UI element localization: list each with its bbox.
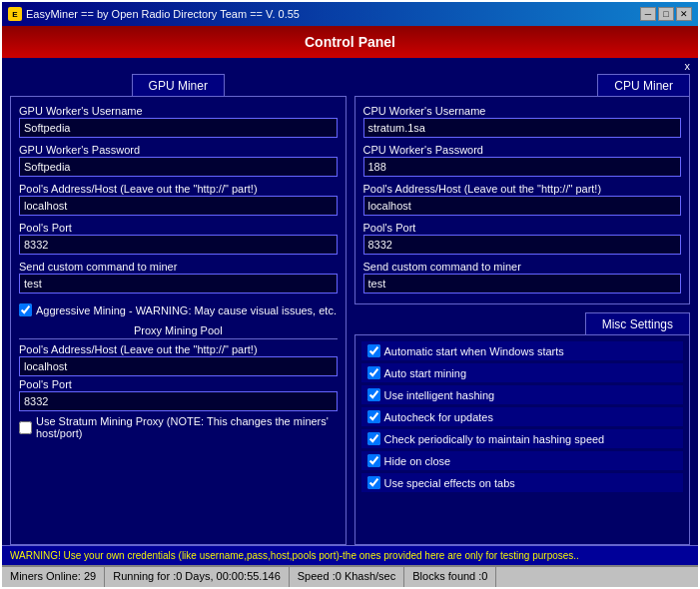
cpu-tab[interactable]: CPU Miner bbox=[597, 74, 690, 97]
gpu-password-label: GPU Worker's Password bbox=[19, 144, 338, 156]
title-bar-left: E EasyMiner == by Open Radio Directory T… bbox=[8, 7, 300, 21]
app-icon: E bbox=[8, 7, 22, 21]
aggressive-mining-row: Aggressive Mining - WARNING: May cause v… bbox=[19, 303, 338, 316]
misc-label-5: Hide on close bbox=[384, 455, 451, 467]
cpu-username-label: CPU Worker's Username bbox=[363, 105, 682, 117]
gpu-pool-port-group: Pool's Port bbox=[19, 222, 338, 255]
gpu-password-group: GPU Worker's Password bbox=[19, 144, 338, 177]
title-bar: E EasyMiner == by Open Radio Directory T… bbox=[2, 2, 698, 26]
gpu-pool-port-input[interactable] bbox=[19, 235, 338, 255]
stratum-proxy-label: Use Stratum Mining Proxy (NOTE: This cha… bbox=[36, 415, 338, 439]
gpu-custom-cmd-label: Send custom command to miner bbox=[19, 261, 338, 273]
proxy-address-input[interactable] bbox=[19, 356, 338, 376]
miners-online: Miners Online: 29 bbox=[2, 567, 105, 587]
header-title: Control Panel bbox=[305, 34, 395, 50]
misc-option-0: Automatic start when Windows starts bbox=[361, 341, 684, 360]
title-bar-controls: ─ □ ✕ bbox=[640, 7, 692, 21]
gpu-panel: GPU Miner GPU Worker's Username GPU Work… bbox=[10, 74, 347, 545]
gpu-pool-port-label: Pool's Port bbox=[19, 222, 338, 234]
close-button[interactable]: ✕ bbox=[676, 7, 692, 21]
warning-text: WARNING! Use your own credentials (like … bbox=[10, 550, 579, 561]
misc-option-6: Use special effects on tabs bbox=[361, 473, 684, 492]
cpu-password-group: CPU Worker's Password bbox=[363, 144, 682, 177]
misc-label-4: Check periodically to maintain hashing s… bbox=[384, 433, 605, 445]
misc-tab-row: Misc Settings bbox=[354, 312, 691, 334]
proxy-port-input[interactable] bbox=[19, 391, 338, 411]
cpu-pool-port-group: Pool's Port bbox=[363, 222, 682, 255]
proxy-section: Proxy Mining Pool Pool's Address/Host (L… bbox=[19, 324, 338, 439]
maximize-button[interactable]: □ bbox=[658, 7, 674, 21]
gpu-password-input[interactable] bbox=[19, 157, 338, 177]
misc-panel: Misc Settings Automatic start when Windo… bbox=[354, 312, 691, 545]
gpu-username-input[interactable] bbox=[19, 118, 338, 138]
misc-checkbox-1[interactable] bbox=[367, 366, 380, 379]
misc-option-1: Auto start mining bbox=[361, 363, 684, 382]
misc-checkbox-6[interactable] bbox=[367, 476, 380, 489]
window-title: EasyMiner == by Open Radio Directory Tea… bbox=[26, 8, 300, 20]
misc-checkbox-4[interactable] bbox=[367, 432, 380, 445]
cpu-pool-address-group: Pool's Address/Host (Leave out the "http… bbox=[363, 183, 682, 216]
cpu-custom-cmd-input[interactable] bbox=[363, 274, 682, 294]
misc-option-4: Check periodically to maintain hashing s… bbox=[361, 429, 684, 448]
content-area: x GPU Miner GPU Worker's Username GPU Wo… bbox=[2, 58, 698, 565]
gpu-pool-address-label: Pool's Address/Host (Leave out the "http… bbox=[19, 183, 338, 195]
cpu-username-input[interactable] bbox=[363, 118, 682, 138]
misc-panel-body: Automatic start when Windows starts Auto… bbox=[354, 334, 691, 545]
panels-row: GPU Miner GPU Worker's Username GPU Work… bbox=[2, 74, 698, 545]
stratum-proxy-checkbox[interactable] bbox=[19, 421, 32, 434]
main-window: E EasyMiner == by Open Radio Directory T… bbox=[0, 0, 700, 589]
proxy-title: Proxy Mining Pool bbox=[19, 324, 338, 339]
misc-label-3: Autocheck for updates bbox=[384, 411, 493, 423]
minimize-button[interactable]: ─ bbox=[640, 7, 656, 21]
gpu-tab[interactable]: GPU Miner bbox=[132, 74, 225, 97]
warning-bar: WARNING! Use your own credentials (like … bbox=[2, 545, 698, 565]
cpu-password-input[interactable] bbox=[363, 157, 682, 177]
gpu-custom-cmd-group: Send custom command to miner bbox=[19, 261, 338, 294]
cpu-pool-address-input[interactable] bbox=[363, 196, 682, 216]
cpu-username-group: CPU Worker's Username bbox=[363, 105, 682, 138]
proxy-port-group: Pool's Port bbox=[19, 378, 338, 411]
misc-label-1: Auto start mining bbox=[384, 367, 467, 379]
gpu-pool-address-group: Pool's Address/Host (Leave out the "http… bbox=[19, 183, 338, 216]
status-bar: Miners Online: 29 Running for :0 Days, 0… bbox=[2, 565, 698, 587]
header-bar: Control Panel bbox=[2, 26, 698, 58]
proxy-port-label: Pool's Port bbox=[19, 378, 338, 390]
gpu-panel-body: GPU Worker's Username GPU Worker's Passw… bbox=[10, 96, 347, 545]
cpu-custom-cmd-label: Send custom command to miner bbox=[363, 261, 682, 273]
misc-option-5: Hide on close bbox=[361, 451, 684, 470]
close-x[interactable]: x bbox=[2, 58, 698, 74]
misc-tab[interactable]: Misc Settings bbox=[585, 312, 690, 335]
cpu-tab-row: CPU Miner bbox=[354, 74, 691, 96]
blocks-found: Blocks found :0 bbox=[404, 567, 496, 587]
cpu-pool-port-input[interactable] bbox=[363, 235, 682, 255]
stratum-proxy-row: Use Stratum Mining Proxy (NOTE: This cha… bbox=[19, 415, 338, 439]
cpu-custom-cmd-group: Send custom command to miner bbox=[363, 261, 682, 294]
aggressive-mining-checkbox[interactable] bbox=[19, 303, 32, 316]
misc-checkbox-3[interactable] bbox=[367, 410, 380, 423]
cpu-panel: CPU Miner CPU Worker's Username CPU Work… bbox=[354, 74, 691, 304]
misc-label-0: Automatic start when Windows starts bbox=[384, 345, 564, 357]
cpu-panel-body: CPU Worker's Username CPU Worker's Passw… bbox=[354, 96, 691, 304]
gpu-custom-cmd-input[interactable] bbox=[19, 274, 338, 294]
gpu-pool-address-input[interactable] bbox=[19, 196, 338, 216]
proxy-address-group: Pool's Address/Host (Leave out the "http… bbox=[19, 343, 338, 376]
proxy-address-label: Pool's Address/Host (Leave out the "http… bbox=[19, 343, 338, 355]
cpu-password-label: CPU Worker's Password bbox=[363, 144, 682, 156]
misc-checkbox-5[interactable] bbox=[367, 454, 380, 467]
speed: Speed :0 Khash/sec bbox=[290, 567, 404, 587]
aggressive-mining-label: Aggressive Mining - WARNING: May cause v… bbox=[36, 304, 337, 316]
cpu-pool-port-label: Pool's Port bbox=[363, 222, 682, 234]
gpu-username-group: GPU Worker's Username bbox=[19, 105, 338, 138]
right-panel: CPU Miner CPU Worker's Username CPU Work… bbox=[354, 74, 691, 545]
misc-label-2: Use intelligent hashing bbox=[384, 389, 495, 401]
misc-checkbox-0[interactable] bbox=[367, 344, 380, 357]
misc-option-2: Use intelligent hashing bbox=[361, 385, 684, 404]
misc-checkbox-2[interactable] bbox=[367, 388, 380, 401]
misc-option-3: Autocheck for updates bbox=[361, 407, 684, 426]
gpu-username-label: GPU Worker's Username bbox=[19, 105, 338, 117]
misc-label-6: Use special effects on tabs bbox=[384, 477, 515, 489]
running-for: Running for :0 Days, 00:00:55.146 bbox=[105, 567, 290, 587]
cpu-pool-address-label: Pool's Address/Host (Leave out the "http… bbox=[363, 183, 682, 195]
